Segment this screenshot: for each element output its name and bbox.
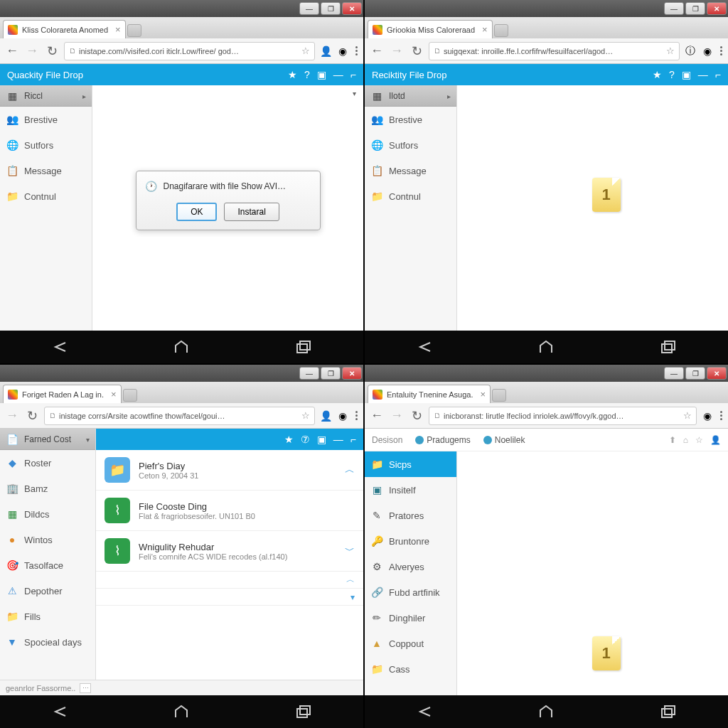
sidebar-item[interactable]: ◆Roster [0,450,95,476]
url-field[interactable]: 🗋inistage corrs/Arsite acowtfine thow/fa… [44,407,315,425]
minimize-icon[interactable]: — [698,69,708,80]
url-field[interactable]: 🗋inistape.com//visifed.cori iticlr.Low/f… [64,42,315,60]
chrome-icon[interactable]: ◉ [336,410,349,422]
sidebar-item[interactable]: ✏Dinghiler [365,605,456,631]
sidebar-item[interactable]: 📁Contnul [365,183,456,209]
chrome-icon[interactable]: ◉ [701,410,714,422]
sidebar-item[interactable]: 🔑Bruntonre [365,528,456,554]
android-home-button[interactable] [171,701,192,722]
sidebar-item[interactable]: 🔗Fubd artfinik [365,579,456,605]
close-tab-icon[interactable]: × [481,389,486,400]
expand-icon[interactable]: ⌐ [350,434,356,445]
sidebar-item[interactable]: 📁Fills [0,604,95,629]
bookmark-star-icon[interactable]: ☆ [301,46,310,56]
sidebar-item[interactable]: ⚠Depother [0,578,95,604]
ok-button[interactable]: OK [176,203,217,221]
maximize-button[interactable]: ❐ [321,2,341,15]
nav-item[interactable]: Noelilek [483,435,525,445]
browser-tab[interactable]: Kliss Colorareta Anomed× [3,20,126,38]
list-item[interactable]: ⌇File Cooste DingFlat & fragriobsesoifer… [96,491,363,531]
back-button[interactable]: ← [369,408,385,424]
chrome-icon[interactable]: ◉ [701,45,714,58]
chevron-down-icon[interactable]: ﹀ [345,545,355,557]
reload-button[interactable]: ↻ [24,408,40,424]
android-recent-button[interactable] [657,701,678,722]
close-button[interactable]: ✕ [342,2,362,15]
main-area[interactable]: 1 [457,85,728,331]
star-icon[interactable]: ★ [653,69,662,80]
chevron-up-icon[interactable]: ︿ [345,464,355,476]
extension-icon[interactable]: 👤 [319,410,332,422]
sidebar-item[interactable]: ▼Spocieal days [0,629,95,655]
url-field[interactable]: 🗋inicboranst: lirutle lfecliod inriolek.… [429,407,697,425]
section-toggle[interactable]: ▾ [96,589,363,606]
close-tab-icon[interactable]: × [115,24,121,35]
reload-button[interactable]: ↻ [44,43,60,59]
install-button[interactable]: Instaral [224,203,279,221]
home-icon[interactable]: ⌂ [683,435,688,445]
expand-icon[interactable]: ⌐ [350,69,356,80]
close-tab-icon[interactable]: × [111,389,117,400]
menu-button[interactable] [353,411,359,420]
sidebar-item[interactable]: 👥Brestive [365,107,456,132]
minimize-button[interactable]: — [299,2,319,15]
back-button[interactable]: ← [4,43,20,59]
android-home-button[interactable] [535,701,557,722]
close-button[interactable]: ✕ [342,367,362,380]
help-icon[interactable]: ? [304,69,310,80]
list-item[interactable]: ⌇Wnigulity RehudarFeli's comnife ACS WID… [96,531,363,572]
bookmark-star-icon[interactable]: ☆ [301,410,310,421]
android-back-button[interactable] [50,336,71,358]
maximize-button[interactable]: ❐ [321,367,341,380]
browser-tab[interactable]: Griookia Miss Caloreraad× [368,20,493,38]
browser-tab[interactable]: Foriget Raden A Lag in.× [3,385,122,403]
minimize-icon[interactable]: — [333,69,343,80]
sidebar-header[interactable]: ▦Ilotd▸ [365,85,456,107]
sidebar-header[interactable]: ▦Riccl▸ [0,85,92,107]
reload-button[interactable]: ↻ [409,43,424,59]
sidebar-item[interactable]: ▣Insitelf [365,477,456,503]
android-back-button[interactable] [414,701,436,722]
expand-icon[interactable]: ⌐ [715,69,721,80]
forward-button[interactable]: → [4,408,20,424]
new-tab-button[interactable] [127,24,141,37]
sidebar-item[interactable]: 📋Message [0,158,92,183]
sidebar-item[interactable]: ⚙Alveryes [365,554,456,579]
android-back-button[interactable] [414,336,436,358]
sidebar-item[interactable]: ●Wintos [0,527,95,552]
info-icon[interactable]: ⓘ [684,45,697,58]
star-icon[interactable]: ★ [288,69,297,80]
chrome-icon[interactable]: ◉ [336,45,349,58]
sidebar-item[interactable]: 🎯Tasolface [0,552,95,578]
close-tab-icon[interactable]: × [482,24,488,35]
help-icon[interactable]: ? [669,69,675,80]
new-tab-button[interactable] [494,24,508,37]
android-home-button[interactable] [535,336,557,358]
minimize-button[interactable]: — [664,2,684,15]
minimize-button[interactable]: — [299,367,319,380]
section-toggle[interactable]: ︿ [96,572,363,589]
close-button[interactable]: ✕ [707,2,727,15]
sidebar-item[interactable]: ▦Dildcs [0,501,95,527]
browser-tab[interactable]: Entaluity Tnenine Asuga.× [368,385,491,403]
url-field[interactable]: 🗋suigqexat: inroille.ffe.l.corfifrw/fesu… [429,42,680,60]
user-icon[interactable]: 👤 [710,435,721,445]
minimize-icon[interactable]: — [333,434,343,445]
android-recent-button[interactable] [292,701,314,722]
minimize-button[interactable]: — [664,367,684,380]
nav-item[interactable]: Pradugems [415,435,470,445]
save-icon[interactable]: ▣ [682,69,691,80]
bookmark-icon[interactable]: ☆ [695,435,703,445]
maximize-button[interactable]: ❐ [685,2,705,15]
sidebar-item[interactable]: 📁Cass [365,656,456,682]
upload-icon[interactable]: ⬆ [669,435,676,445]
sidebar-header[interactable]: 📄Farned Cost▾ [0,429,95,450]
android-back-button[interactable] [50,701,71,722]
save-icon[interactable]: ▣ [317,69,326,80]
menu-button[interactable] [718,411,724,420]
sidebar-item[interactable]: ▲Coppout [365,631,456,656]
android-recent-button[interactable] [292,336,314,358]
sidebar-item[interactable]: 👥Brestive [0,107,92,132]
sidebar-item[interactable]: 📋Message [365,158,456,183]
android-recent-button[interactable] [657,336,678,358]
